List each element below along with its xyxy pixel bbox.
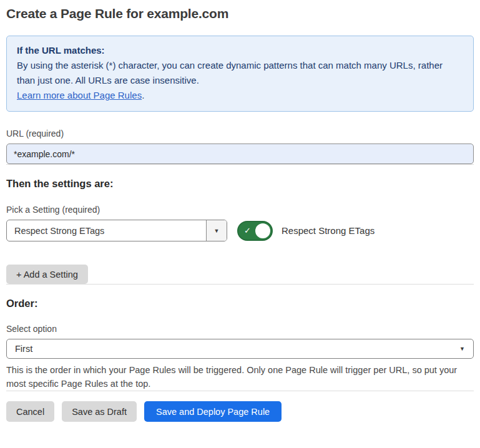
- order-help-text: This is the order in which your Page Rul…: [6, 363, 468, 391]
- page-title: Create a Page Rule for example.com: [6, 6, 474, 21]
- check-icon: ✓: [244, 226, 251, 235]
- create-page-rule-form: Create a Page Rule for example.com If th…: [0, 0, 480, 422]
- add-setting-button[interactable]: + Add a Setting: [6, 265, 88, 284]
- form-actions: Cancel Save as Draft Save and Deploy Pag…: [6, 401, 474, 422]
- cancel-button[interactable]: Cancel: [6, 401, 54, 422]
- info-box-heading: If the URL matches:: [17, 43, 463, 58]
- link-period: .: [142, 90, 144, 100]
- save-as-draft-button[interactable]: Save as Draft: [62, 401, 137, 422]
- setting-toggle-group: ✓ Respect Strong ETags: [237, 221, 375, 241]
- learn-more-link[interactable]: Learn more about Page Rules: [17, 90, 142, 100]
- info-box-body: By using the asterisk (*) character, you…: [17, 58, 463, 88]
- toggle-knob: [255, 223, 270, 238]
- setting-select-value: Respect Strong ETags: [7, 220, 206, 241]
- url-field-label: URL (required): [6, 129, 474, 139]
- info-box-link-line: Learn more about Page Rules.: [17, 88, 463, 103]
- url-match-info-box: If the URL matches: By using the asteris…: [6, 36, 474, 112]
- order-select-label: Select option: [6, 324, 474, 334]
- setting-select[interactable]: Respect Strong ETags ▼: [6, 220, 227, 241]
- divider: [6, 164, 474, 165]
- respect-strong-etags-toggle[interactable]: ✓: [237, 221, 273, 241]
- save-and-deploy-button[interactable]: Save and Deploy Page Rule: [144, 401, 282, 422]
- order-select[interactable]: First ▼: [6, 339, 474, 359]
- url-input[interactable]: [6, 144, 474, 164]
- caret-down-icon: ▼: [459, 346, 465, 352]
- caret-down-icon[interactable]: ▼: [206, 220, 227, 241]
- divider: [6, 391, 474, 391]
- settings-section-heading: Then the settings are:: [6, 178, 474, 190]
- setting-row: Respect Strong ETags ▼ ✓ Respect Strong …: [6, 220, 474, 241]
- pick-setting-label: Pick a Setting (required): [6, 205, 474, 215]
- order-section-heading: Order:: [6, 298, 474, 309]
- order-select-value: First: [15, 344, 32, 354]
- toggle-label: Respect Strong ETags: [282, 225, 375, 236]
- divider: [6, 284, 474, 285]
